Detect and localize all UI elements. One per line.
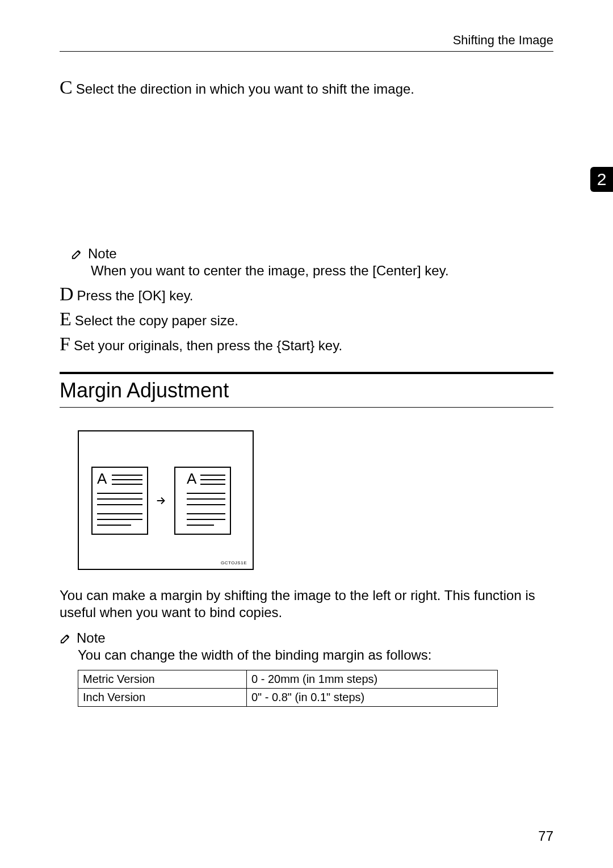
step-c-text: Select the direction in which you want t… [76,80,414,97]
figure-doc-original: A [91,467,148,535]
body-paragraph: You can make a margin by shifting the im… [60,587,553,621]
step-d-key: [OK] [138,288,166,303]
margin-range-table: Metric Version 0 - 20mm (in 1mm steps) I… [78,670,498,707]
step-c-letter: C [60,78,73,97]
arrow-right-icon [155,494,167,507]
step-f-text: Set your originals, then press the {Star… [74,337,342,354]
figure-placeholder [60,99,553,241]
section-rule-bottom [60,407,553,408]
step-d-letter: D [60,284,74,304]
chapter-tab: 2 [590,167,613,192]
table-cell-range: 0" - 0.8" (in 0.1" steps) [247,689,498,707]
step-d-text-2: key. [166,288,194,303]
table-cell-version: Metric Version [78,670,247,689]
note-c-text-2: key. [421,263,449,278]
note-c-text-1: When you want to center the image, press… [91,263,372,278]
note-label: Note [88,246,117,262]
figure-code: GCTOJS1E [221,560,247,565]
note-c-body: When you want to center the image, press… [91,263,553,279]
page-number: 77 [538,828,553,844]
step-d-text: Press the [OK] key. [77,287,194,304]
step-d-text-1: Press the [77,288,138,303]
figure-doc-letter-b: A [187,470,196,488]
section-title: Margin Adjustment [60,379,553,402]
header-title: Shifting the Image [453,33,553,48]
note-c-key: [Center] [372,263,421,278]
table-cell-range: 0 - 20mm (in 1mm steps) [247,670,498,689]
margin-figure: A A [78,430,254,570]
note2-label: Note [77,630,106,646]
pencil-icon [60,632,72,644]
step-f-text-2: key. [314,338,342,353]
step-e-letter: E [60,309,72,329]
step-f-key: {Start} [276,338,314,353]
table-cell-version: Inch Version [78,689,247,707]
table-row: Metric Version 0 - 20mm (in 1mm steps) [78,670,498,689]
pencil-icon [71,248,83,260]
table-row: Inch Version 0" - 0.8" (in 0.1" steps) [78,689,498,707]
step-e-text: Select the copy paper size. [75,312,238,329]
step-f-text-1: Set your originals, then press the [74,338,277,353]
header-rule [60,51,553,52]
step-f-letter: F [60,334,70,354]
note2-text: You can change the width of the binding … [78,647,553,663]
section-rule-top [60,372,553,374]
figure-doc-shifted: A [174,467,231,535]
figure-doc-letter: A [97,470,107,488]
